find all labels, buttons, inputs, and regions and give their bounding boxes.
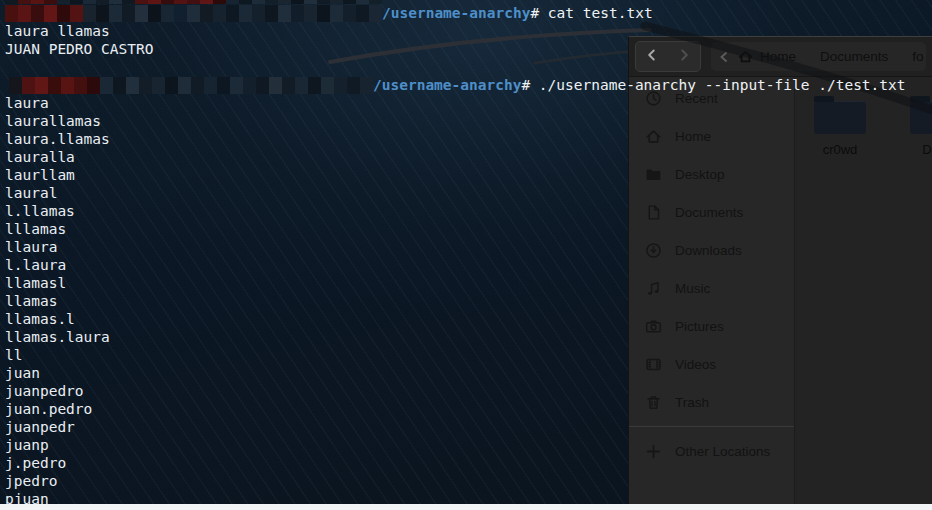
terminal-output-line: lllamas [5,220,906,238]
terminal-command-line: /username-anarchy# ./username-anarchy --… [5,76,906,94]
terminal-output-line: ll [5,346,906,364]
terminal-output-line: juanp [5,436,906,454]
terminal-output-line: juanpedro [5,382,906,400]
terminal-output-line: llamas [5,292,906,310]
terminal-output-line: laural [5,184,906,202]
terminal-output-line: jpedro [5,472,906,490]
terminal-output-line [5,58,906,76]
command-text: # cat test.txt [530,5,652,21]
folder-name: D0rk [903,142,932,157]
breadcrumb-item-fo[interactable]: fo [912,49,923,64]
terminal-output-line: llamas.l [5,310,906,328]
terminal-output-line: j.pedro [5,454,906,472]
terminal-output-line: llaura [5,238,906,256]
terminal-output-line: llamasl [5,274,906,292]
page-background-strip [0,504,932,510]
breadcrumb-label: fo [912,49,923,64]
terminal-text: /username-anarchy# cat test.txtlaura lla… [5,4,906,508]
terminal-output-line: juan [5,364,906,382]
prompt-path: /username-anarchy [382,5,530,21]
terminal-output-line: laurllam [5,166,906,184]
terminal-output-line: l.llamas [5,202,906,220]
redacted-prompt [5,5,382,22]
redacted-prompt [9,77,373,94]
terminal-output-line: JUAN PEDRO CASTRO [5,40,906,58]
terminal-output-line: laurallamas [5,112,906,130]
screen: HomeDocumentsfo RecentHomeDesktopDocumen… [0,0,932,510]
prompt-path: /username-anarchy [373,77,521,93]
terminal-output-line: lauralla [5,148,906,166]
terminal-command-line: /username-anarchy# cat test.txt [5,4,906,22]
folder-item-d0rk[interactable]: D0rk [903,95,932,157]
command-text: # ./username-anarchy --input-file ./test… [521,77,905,93]
terminal-output-line: laura llamas [5,22,906,40]
terminal-output-line: juanpedr [5,418,906,436]
folder-icon [910,101,932,134]
terminal-output-line: laura [5,94,906,112]
terminal-output-line: juan.pedro [5,400,906,418]
terminal-output-line: laura.llamas [5,130,906,148]
terminal-output-line: l.laura [5,256,906,274]
terminal-output-line: llamas.laura [5,328,906,346]
